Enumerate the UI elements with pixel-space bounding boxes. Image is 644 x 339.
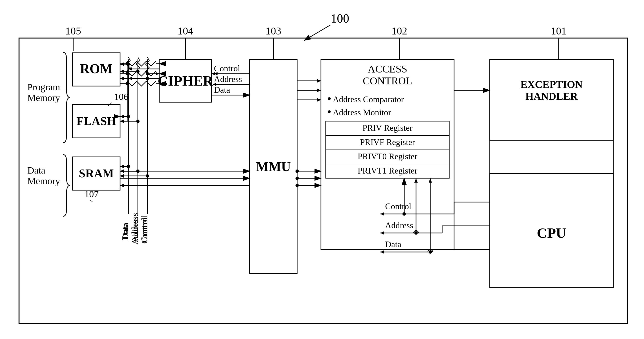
- svg-point-85: [296, 170, 299, 173]
- control-label-right: Control: [214, 64, 240, 73]
- data-cpu-label: Data: [385, 240, 401, 249]
- svg-point-15: [328, 110, 331, 113]
- access-control-label1: ACCESS: [368, 63, 407, 75]
- control-rotated-label: Control: [139, 215, 149, 242]
- address-rotated-label: Address: [130, 213, 140, 242]
- ref-107: 107: [84, 189, 99, 200]
- ref-100: 100: [331, 12, 349, 25]
- cpu-label: CPU: [537, 225, 566, 241]
- program-memory-label: Program: [27, 82, 60, 92]
- privf-register-label: PRIVF Register: [360, 138, 415, 147]
- privt1-register-label: PRIVT1 Register: [358, 166, 418, 176]
- data-rotated-label: Data: [120, 223, 130, 240]
- ref-103: 103: [266, 25, 281, 37]
- ref-106: 106: [114, 91, 128, 102]
- bullet-address-monitor: Address Monitor: [333, 108, 391, 117]
- ref-105: 105: [65, 25, 81, 37]
- sram-label: SRAM: [79, 167, 114, 180]
- control-cpu-label: Control: [385, 202, 411, 211]
- ref-101: 101: [551, 25, 566, 37]
- diagram-container: 100 105 104 103 102 101 Program Memory R…: [0, 0, 644, 339]
- svg-point-14: [328, 97, 331, 100]
- mmu-label: MMU: [256, 159, 291, 174]
- ref-104: 104: [178, 25, 193, 37]
- priv-register-label: PRIV Register: [362, 123, 412, 133]
- exception-handler-label1: EXCEPTION: [520, 79, 583, 90]
- access-control-label2: CONTROL: [363, 75, 412, 87]
- rom-label: ROM: [80, 61, 113, 76]
- data-label-right: Data: [214, 85, 230, 94]
- data-memory-label: Data: [27, 165, 46, 176]
- cipher-label: CIPHER: [158, 73, 213, 89]
- address-label-right: Address: [214, 74, 242, 84]
- ref-102: 102: [392, 25, 407, 37]
- privt0-register-label: PRIVT0 Register: [358, 152, 418, 161]
- svg-point-87: [296, 184, 299, 187]
- address-cpu-label: Address: [385, 220, 413, 230]
- flash-label: FLASH: [76, 114, 116, 128]
- svg-point-49: [146, 72, 149, 75]
- program-memory-label2: Memory: [27, 92, 60, 103]
- circuit-diagram: 100 105 104 103 102 101 Program Memory R…: [0, 0, 644, 339]
- data-memory-label2: Memory: [27, 176, 60, 186]
- exception-handler-label2: HANDLER: [525, 90, 578, 102]
- svg-point-86: [296, 177, 299, 180]
- bullet-address-comparator: Address Comparator: [333, 94, 404, 104]
